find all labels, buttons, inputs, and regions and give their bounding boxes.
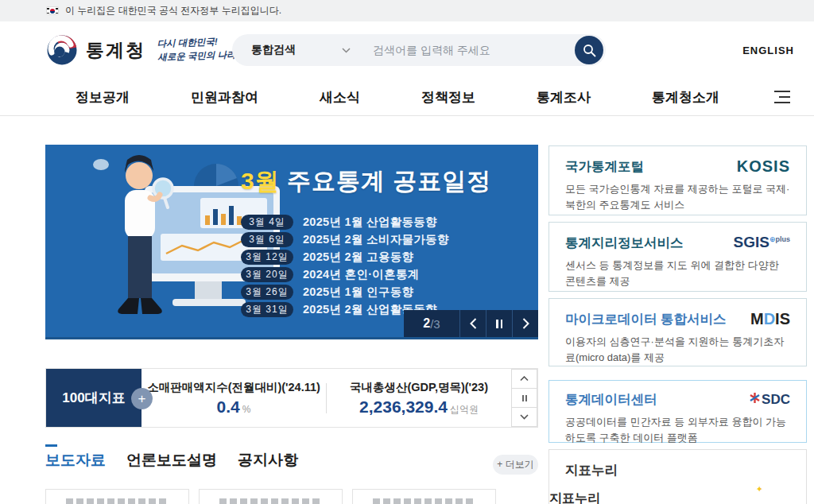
government-banner-text: 이 누리집은 대한민국 공식 전자정부 누리집입니다.	[65, 4, 281, 17]
service-description: 모든 국가승인통계 자료를 제공하는 포털로 국제·북한의 주요통계도 서비스	[565, 181, 790, 213]
indicator-pause-button[interactable]	[511, 388, 537, 407]
carousel-next-button[interactable]	[512, 310, 538, 337]
mdis-logo: MDIS	[750, 310, 790, 328]
sdc-logo: SDC	[749, 392, 790, 408]
indicator-stats: 소매판매액지수(전월대비)('24.11) 0.4% 국내총생산(GDP,명목)…	[141, 369, 511, 427]
indicator-label: 국내총생산(GDP,명목)('23)	[327, 380, 511, 395]
schedule-row: 3월 12일 2025년 2월 고용동향	[241, 248, 449, 266]
schedule-date-badge: 3월 20일	[241, 267, 293, 282]
search-icon	[583, 44, 596, 57]
hamburger-menu-icon[interactable]	[774, 91, 790, 103]
korea-flag-icon	[46, 6, 59, 15]
banner-title-month: 3월	[241, 168, 280, 194]
carousel-pause-button[interactable]	[486, 310, 512, 337]
news-card[interactable]	[352, 489, 496, 504]
schedule-date-badge: 3월 26일	[241, 285, 293, 300]
search-button[interactable]	[575, 36, 603, 64]
indicator-value: 0.4	[217, 397, 240, 416]
service-title: 지표누리	[565, 462, 790, 479]
service-card-sdc[interactable]: 통계데이터센터 SDC 공공데이터를 민간자료 등 외부자료 융합이 가능하도록…	[548, 380, 807, 443]
carousel-total-pages: 3	[433, 317, 440, 331]
nav-item-civil[interactable]: 민원과참여	[191, 88, 258, 107]
tab-notice[interactable]: 공지사항	[238, 450, 298, 471]
search-input[interactable]	[351, 44, 575, 56]
nav-item-policy[interactable]: 정책정보	[421, 88, 475, 107]
slogan: 다시 대한민국! 새로운 국민의 나라	[157, 34, 236, 64]
top100-indicators-bar: 100대지표 + 소매판매액지수(전월대비)('24.11) 0.4% 국내총생…	[45, 368, 538, 428]
top100-title: 100대지표	[62, 389, 125, 407]
nav-item-survey[interactable]: 통계조사	[537, 88, 591, 107]
indicator-stat-gdp[interactable]: 국내총생산(GDP,명목)('23) 2,236,329.4십억원	[327, 380, 511, 417]
schedule-date-badge: 3월 4일	[241, 215, 293, 230]
indicator-value: 2,236,329.4	[359, 397, 448, 416]
schedule-row: 3월 20일 2024년 혼인·이혼통계	[241, 266, 449, 283]
nav-item-about[interactable]: 통계청소개	[652, 88, 719, 107]
banner-title: 3월 주요통계 공표일정	[241, 165, 491, 198]
banner-carousel-controls: 2/3	[404, 310, 538, 337]
schedule-label: 2025년 2월 고용동향	[303, 250, 413, 265]
nav-item-news[interactable]: 새소식	[320, 88, 360, 107]
service-description: 센서스 등 통계정보를 지도 위에 결합한 다양한 콘텐츠를 제공	[565, 258, 790, 289]
carousel-current-page: 2	[423, 316, 430, 331]
service-card-jipyonuri[interactable]: 지표누리 지표누리✦ 국정현황, 국가발전상황, 국민 삶의질 등 주요 경제·…	[548, 449, 807, 504]
government-emblem-icon	[46, 34, 78, 66]
clipped-text	[66, 498, 169, 504]
carousel-page-indicator: 2/3	[404, 310, 459, 337]
release-schedule-list: 3월 4일 2025년 1월 산업활동동향 3월 6일 2025년 2월 소비자…	[241, 213, 449, 318]
jipyonuri-logo: 지표누리✦	[549, 490, 774, 504]
english-link[interactable]: ENGLISH	[742, 45, 794, 56]
news-card[interactable]	[45, 489, 189, 504]
indicator-stat-retail[interactable]: 소매판매액지수(전월대비)('24.11) 0.4%	[141, 380, 326, 417]
sdc-star-icon	[749, 392, 761, 404]
schedule-row: 3월 4일 2025년 1월 산업활동동향	[241, 213, 449, 231]
more-button[interactable]: + 더보기	[493, 455, 538, 475]
slogan-line2: 새로운 국민의 나라	[157, 48, 236, 65]
chevron-right-icon	[522, 318, 529, 329]
schedule-label: 2024년 혼인·이혼통계	[303, 267, 420, 282]
top100-indicators-header: 100대지표 +	[46, 369, 141, 427]
government-banner: 이 누리집은 대한민국 공식 전자정부 누리집입니다.	[0, 0, 814, 21]
schedule-row: 3월 26일 2025년 1월 인구동향	[241, 283, 449, 300]
news-card[interactable]	[199, 489, 343, 504]
top100-plus-button[interactable]: +	[131, 388, 153, 409]
logo-text: 통계청	[86, 38, 145, 63]
chevron-down-icon	[520, 414, 529, 420]
tab-media-clarification[interactable]: 언론보도설명	[126, 450, 217, 471]
indicator-down-button[interactable]	[511, 407, 537, 427]
clipped-text	[373, 498, 475, 504]
pause-icon	[522, 395, 527, 401]
indicator-label: 소매판매액지수(전월대비)('24.11)	[141, 380, 326, 395]
service-card-kosis[interactable]: 국가통계포털 KOSIS 모든 국가승인통계 자료를 제공하는 포털로 국제·북…	[548, 145, 807, 215]
kostat-homepage: 이 누리집은 대한민국 공식 전자정부 누리집입니다. 통계청 다시 대한민국!…	[0, 0, 814, 504]
nav-item-info[interactable]: 정보공개	[76, 88, 130, 107]
chevron-up-icon	[520, 376, 529, 382]
service-description: 공공데이터를 민간자료 등 외부자료 융합이 가능하도록 구축한 데이터 플랫폼	[565, 414, 790, 446]
schedule-date-badge: 3월 12일	[241, 250, 293, 265]
kostat-logo[interactable]: 통계청	[46, 34, 145, 66]
sgis-logo: SGIS⊕plus	[734, 234, 790, 251]
indicator-unit: %	[242, 404, 251, 415]
chevron-left-icon	[470, 318, 477, 329]
clipped-text	[219, 498, 322, 504]
search-bar: 통합검색	[232, 34, 606, 66]
kosis-logo: KOSIS	[737, 157, 790, 176]
indicator-unit: 십억원	[450, 404, 479, 415]
search-category-select[interactable]: 통합검색	[232, 43, 351, 57]
schedule-label: 2025년 2월 소비자물가동향	[303, 232, 449, 247]
pause-icon	[496, 320, 502, 328]
carousel-prev-button[interactable]	[459, 310, 486, 337]
tab-press-release[interactable]: 보도자료	[45, 450, 106, 471]
main-banner[interactable]: 3월 주요통계 공표일정 3월 4일 2025년 1월 산업활동동향 3월 6일…	[45, 145, 538, 339]
schedule-date-badge: 3월 31일	[241, 302, 293, 317]
indicator-controls	[511, 369, 537, 427]
search-category-label: 통합검색	[251, 43, 296, 57]
service-card-mdis[interactable]: 마이크로데이터 통합서비스 MDIS 이용자의 심층연구·분석을 지원하는 통계…	[548, 298, 807, 366]
chevron-down-icon	[342, 48, 351, 53]
main-nav: 정보공개 민원과참여 새소식 정책정보 통계조사 통계청소개	[0, 79, 814, 116]
service-card-sgis[interactable]: 통계지리정보서비스 SGIS⊕plus 센서스 등 통계정보를 지도 위에 결합…	[548, 222, 807, 292]
header: 통계청 다시 대한민국! 새로운 국민의 나라 통합검색 ENGLISH	[0, 21, 814, 79]
schedule-label: 2025년 1월 산업활동동향	[303, 215, 437, 230]
indicator-up-button[interactable]	[511, 369, 537, 388]
schedule-label: 2025년 1월 인구동향	[303, 285, 413, 300]
news-tabs: 보도자료 언론보도설명 공지사항	[45, 450, 298, 471]
